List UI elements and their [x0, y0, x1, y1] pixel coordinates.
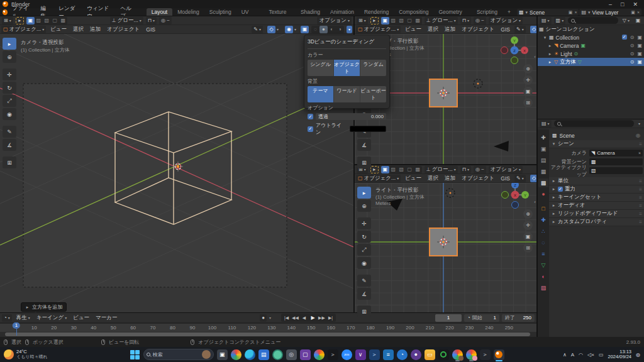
- alpha-slider[interactable]: 透過 0.000: [316, 113, 386, 120]
- gizmo-toggle[interactable]: ◇▾: [528, 26, 536, 33]
- sidebar-toggle-arrow[interactable]: ‹: [534, 199, 536, 205]
- task-view-button[interactable]: ▣: [217, 349, 228, 360]
- battery-icon[interactable]: ▭: [599, 352, 604, 358]
- camera-view-button[interactable]: ▣: [523, 232, 533, 241]
- terminal-icon[interactable]: ＞: [328, 349, 338, 360]
- outliner-row-cube[interactable]: ▸ ▽ 立方体 ▽ ⊙ ▣: [538, 58, 644, 66]
- scene-selector[interactable]: ▩▾ Scene ▣ ×: [517, 9, 579, 16]
- app-list-doc-icon[interactable]: ≡: [383, 349, 394, 360]
- tab-texture[interactable]: ▨: [538, 283, 548, 292]
- chrome-profile1-icon[interactable]: [452, 349, 463, 360]
- move-tool[interactable]: ✛: [3, 69, 16, 80]
- hide-icon[interactable]: ⊙: [630, 59, 635, 65]
- active-tool-icon[interactable]: ▸: [370, 166, 379, 173]
- measure-tool[interactable]: ∡: [357, 288, 371, 300]
- start-button[interactable]: [130, 349, 140, 360]
- render-visibility-icon[interactable]: ▣: [637, 35, 642, 40]
- zoom-button[interactable]: ⊕: [523, 209, 533, 219]
- notification-bell-icon[interactable]: ◍: [636, 352, 640, 358]
- timeline-ruler[interactable]: 1020304050607080901001101201301401501601…: [0, 323, 536, 332]
- play-button[interactable]: ▶: [309, 314, 317, 321]
- tab-compositing[interactable]: Compositing: [394, 8, 433, 16]
- prev-keyframe-button[interactable]: ◀◀: [291, 314, 299, 321]
- snap-toggle[interactable]: ⊓▾: [460, 166, 471, 173]
- auto-keying-dropdown[interactable]: ▾: [269, 315, 271, 320]
- hide-icon[interactable]: ⊙: [630, 51, 635, 57]
- snap-toggle[interactable]: ⊓▾: [146, 17, 157, 25]
- transform-tool[interactable]: ◉: [3, 108, 16, 120]
- tab-physics[interactable]: ◌: [538, 238, 548, 247]
- windows-terminal-icon[interactable]: ＞: [480, 349, 491, 360]
- color-single-button[interactable]: シングル: [308, 60, 334, 76]
- select-menu[interactable]: 選択: [426, 175, 440, 182]
- view-menu[interactable]: ビュー: [48, 26, 69, 33]
- properties-search[interactable]: [554, 120, 634, 127]
- sidebar-toggle-arrow[interactable]: ‹: [534, 54, 536, 60]
- keying-menu[interactable]: キーイング▾: [35, 314, 69, 322]
- tab-uv-editing[interactable]: UV Editing: [236, 8, 264, 16]
- current-frame-badge[interactable]: 1: [13, 322, 20, 329]
- network-icon[interactable]: ◠: [579, 352, 583, 358]
- chrome-profile2-icon[interactable]: [466, 349, 477, 360]
- jump-to-end-button[interactable]: ▶|: [326, 314, 335, 321]
- widgets-button[interactable]: [231, 349, 242, 360]
- frame-end-field[interactable]: 終了 250: [502, 314, 535, 322]
- proportional-edit-toggle[interactable]: ◎~: [474, 166, 486, 173]
- select-mode-buttons[interactable]: ▣▨▧▢▩: [26, 17, 67, 25]
- viewport-right-canvas[interactable]: Z Y X ライト・平行投影 (1) Collection | 立方体 Mete…: [355, 183, 536, 312]
- background-viewport-button[interactable]: ビューポート: [360, 86, 386, 102]
- overlays-toggle[interactable]: ◉▾: [283, 26, 298, 33]
- play-reverse-button[interactable]: ◀: [300, 314, 308, 321]
- options-dropdown[interactable]: オプション▾: [317, 17, 352, 25]
- add-menu[interactable]: 追加: [443, 175, 457, 182]
- add-menu[interactable]: 追加: [88, 26, 103, 33]
- tab-animation[interactable]: Animation: [325, 8, 359, 16]
- outline-color-swatch[interactable]: [350, 126, 386, 132]
- tab-view-layer[interactable]: ▦: [538, 167, 548, 176]
- gravity-checkbox[interactable]: ✓: [558, 187, 563, 192]
- render-visibility-icon[interactable]: ▣: [637, 59, 642, 65]
- transform-orientation-dropdown[interactable]: ⊥グロー...▾: [425, 166, 458, 173]
- playhead-line[interactable]: [16, 329, 17, 336]
- minimize-button[interactable]: –: [609, 1, 612, 8]
- pan-button[interactable]: ✛: [523, 75, 533, 85]
- edge-icon[interactable]: [245, 349, 255, 360]
- panel-rigid-body-world[interactable]: ▸リジッドボディワールド≡: [549, 210, 644, 218]
- expand-icon[interactable]: ▾: [543, 35, 547, 40]
- tab-world[interactable]: ●: [538, 190, 548, 199]
- taskbar-search[interactable]: 検索: [143, 349, 214, 360]
- delete-scene-icon[interactable]: ×: [574, 10, 577, 14]
- collection-checkbox[interactable]: ✓: [622, 35, 627, 40]
- gizmo-toggle[interactable]: ◇▾: [265, 26, 280, 33]
- alpha-checkbox[interactable]: ✓: [308, 114, 313, 119]
- expand-icon[interactable]: ▸: [548, 43, 552, 48]
- tab-geometry-nodes[interactable]: Geometry Nodes: [433, 8, 472, 16]
- cursor-tool[interactable]: ⊕: [3, 51, 16, 63]
- jump-to-start-button[interactable]: |◀: [282, 314, 291, 321]
- mode-dropdown[interactable]: ▢オブジェク...▾: [1, 26, 46, 33]
- tab-rendering[interactable]: Rendering: [359, 8, 394, 16]
- app-green-ring-icon[interactable]: [438, 349, 449, 360]
- blender-taskbar-icon[interactable]: [494, 349, 504, 360]
- toggle-ortho-button[interactable]: ⊞: [523, 243, 533, 253]
- background-theme-button[interactable]: テーマ: [308, 86, 334, 102]
- editor-type-button[interactable]: ◔▾: [2, 314, 12, 322]
- active-tool-icon[interactable]: ▸: [16, 17, 24, 25]
- expand-icon[interactable]: ▸: [548, 60, 552, 65]
- taskbar-clock[interactable]: 13:13 2024/09/24: [608, 349, 631, 360]
- add-menu[interactable]: 追加: [443, 26, 457, 33]
- outliner-search[interactable]: [568, 17, 618, 24]
- gizmo-toggle[interactable]: ◇▾: [528, 175, 536, 182]
- annotate-dropdown[interactable]: ✎▾: [252, 26, 263, 33]
- object-menu[interactable]: オブジェクト: [460, 175, 496, 182]
- tab-sculpting[interactable]: Sculpting: [204, 8, 236, 16]
- annotate-tool[interactable]: ✎: [357, 275, 371, 287]
- close-button[interactable]: ✕: [633, 1, 638, 8]
- browser-icon[interactable]: [314, 349, 325, 360]
- tab-scene[interactable]: ▩: [538, 178, 548, 187]
- proportional-edit-toggle[interactable]: ◎~: [474, 17, 486, 25]
- object-menu[interactable]: オブジェクト: [460, 26, 496, 33]
- tab-material[interactable]: ◐: [538, 272, 548, 281]
- panel-custom-properties[interactable]: ▸カスタムプロパティ≡: [549, 218, 644, 226]
- toggle-ortho-button[interactable]: ⊞: [523, 98, 533, 107]
